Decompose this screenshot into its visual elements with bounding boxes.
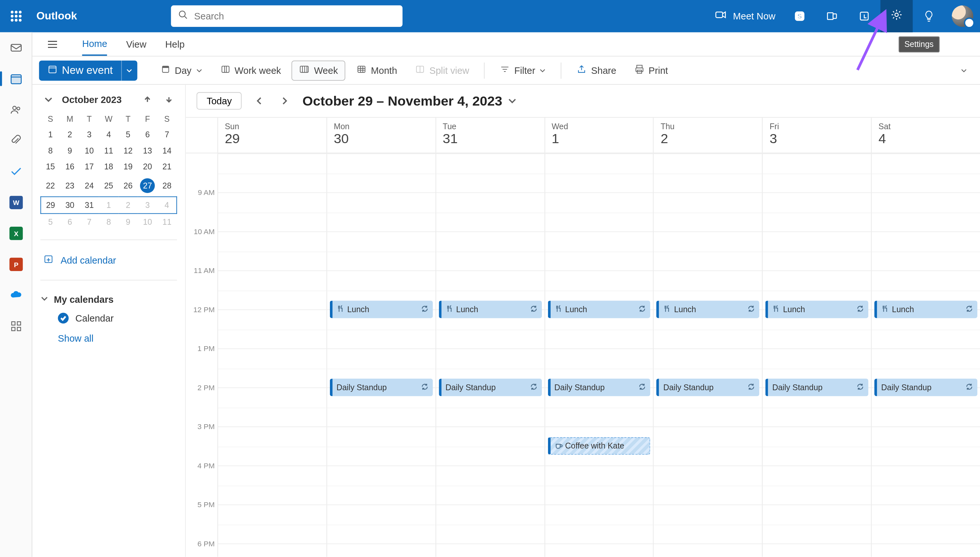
event-lunch[interactable]: Lunch	[766, 301, 868, 318]
day-header[interactable]: Wed1	[545, 117, 654, 153]
calendar-checkbox[interactable]: Calendar	[41, 309, 177, 327]
mini-day[interactable]: 6	[60, 213, 80, 230]
files-rail-icon[interactable]	[0, 128, 32, 153]
calendar-rail-icon[interactable]	[0, 66, 32, 92]
month-next-icon[interactable]	[161, 91, 177, 107]
share-button[interactable]: Share	[570, 60, 623, 80]
mini-day[interactable]: 31	[79, 197, 99, 214]
mini-day[interactable]: 29	[41, 197, 60, 214]
mini-day[interactable]: 12	[118, 142, 138, 159]
mini-day[interactable]: 6	[138, 126, 157, 142]
excel-rail-icon[interactable]: X	[0, 220, 32, 246]
view-day-button[interactable]: Day	[153, 60, 209, 80]
search-box[interactable]	[171, 5, 402, 27]
tab-view[interactable]: View	[126, 33, 147, 55]
event-standup[interactable]: Daily Standup	[874, 379, 977, 396]
day-column[interactable]: LunchDaily Standup	[763, 153, 872, 557]
day-column[interactable]	[218, 153, 327, 557]
tab-home[interactable]: Home	[82, 33, 107, 56]
event-lunch[interactable]: Lunch	[439, 301, 542, 318]
teams-icon[interactable]	[816, 0, 848, 33]
mini-day[interactable]: 4	[99, 126, 118, 142]
time-grid[interactable]: 9 AM10 AM11 AM12 PM1 PM2 PM3 PM4 PM5 PM6…	[186, 153, 980, 557]
show-all-button[interactable]: Show all	[41, 327, 177, 344]
mini-day[interactable]: 11	[99, 142, 118, 159]
view-workweek-button[interactable]: Work week	[213, 60, 288, 80]
account-avatar[interactable]	[952, 5, 973, 27]
day-header[interactable]: Tue31	[436, 117, 545, 153]
nav-toggle-icon[interactable]	[42, 33, 63, 55]
mini-day[interactable]: 21	[157, 159, 176, 175]
event-lunch[interactable]: Lunch	[874, 301, 977, 318]
mini-day[interactable]: 25	[99, 175, 118, 197]
day-column[interactable]: LunchDaily StandupCoffee with Kate	[545, 153, 654, 557]
mini-day[interactable]: 7	[79, 213, 99, 230]
mini-day[interactable]: 3	[138, 197, 157, 214]
event-standup[interactable]: Daily Standup	[657, 379, 759, 396]
month-prev-icon[interactable]	[139, 91, 155, 107]
mail-rail-icon[interactable]	[0, 35, 32, 60]
todo-rail-icon[interactable]	[0, 159, 32, 184]
new-event-dropdown[interactable]	[121, 60, 137, 80]
mini-day[interactable]: 22	[41, 175, 60, 197]
mini-day[interactable]: 1	[41, 126, 60, 142]
mini-day[interactable]: 24	[79, 175, 99, 197]
event-standup[interactable]: Daily Standup	[548, 379, 650, 396]
mini-day[interactable]: 17	[79, 159, 99, 175]
mini-day[interactable]: 26	[118, 175, 138, 197]
skype-icon[interactable]: S	[784, 0, 816, 33]
day-column[interactable]: LunchDaily Standup	[327, 153, 436, 557]
more-apps-rail-icon[interactable]	[0, 313, 32, 339]
event-lunch[interactable]: Lunch	[657, 301, 759, 318]
event-lunch[interactable]: Lunch	[330, 301, 432, 318]
add-calendar-button[interactable]: Add calendar	[41, 250, 177, 270]
view-week-button[interactable]: Week	[292, 60, 345, 80]
my-calendars-section[interactable]: My calendars	[41, 290, 177, 309]
mini-day[interactable]: 8	[41, 142, 60, 159]
mini-day[interactable]: 8	[99, 213, 118, 230]
mini-day[interactable]: 23	[60, 175, 80, 197]
day-header[interactable]: Sat4	[872, 117, 980, 153]
event-standup[interactable]: Daily Standup	[439, 379, 542, 396]
mini-day[interactable]: 27	[138, 175, 157, 197]
mini-day[interactable]: 2	[60, 126, 80, 142]
event-standup[interactable]: Daily Standup	[766, 379, 868, 396]
onedrive-rail-icon[interactable]	[0, 282, 32, 308]
my-day-icon[interactable]	[848, 0, 880, 33]
mini-day[interactable]: 13	[138, 142, 157, 159]
event-standup[interactable]: Daily Standup	[330, 379, 432, 396]
prev-week-icon[interactable]	[251, 93, 267, 109]
day-header[interactable]: Thu2	[654, 117, 763, 153]
view-month-button[interactable]: Month	[350, 60, 404, 80]
mini-day[interactable]: 20	[138, 159, 157, 175]
word-rail-icon[interactable]: W	[0, 190, 32, 215]
new-event-button[interactable]: New event	[39, 60, 137, 80]
date-range-title[interactable]: October 29 – November 4, 2023	[302, 93, 517, 109]
today-button[interactable]: Today	[196, 92, 242, 110]
mini-day[interactable]: 10	[138, 213, 157, 230]
mini-day[interactable]: 3	[79, 126, 99, 142]
event-lunch[interactable]: Lunch	[548, 301, 650, 318]
mini-day[interactable]: 9	[60, 142, 80, 159]
mini-day[interactable]: 11	[157, 213, 176, 230]
mini-day[interactable]: 18	[99, 159, 118, 175]
day-column[interactable]: LunchDaily Standup	[654, 153, 763, 557]
day-header[interactable]: Mon30	[327, 117, 436, 153]
powerpoint-rail-icon[interactable]: P	[0, 252, 32, 277]
mini-day[interactable]: 28	[157, 175, 176, 197]
next-week-icon[interactable]	[277, 93, 293, 109]
mini-day[interactable]: 30	[60, 197, 80, 214]
mini-day[interactable]: 5	[41, 213, 60, 230]
mini-day[interactable]: 14	[157, 142, 176, 159]
tab-help[interactable]: Help	[165, 33, 185, 55]
app-launcher-icon[interactable]	[0, 0, 33, 33]
mini-day[interactable]: 19	[118, 159, 138, 175]
search-input[interactable]	[194, 11, 396, 21]
mini-day[interactable]: 10	[79, 142, 99, 159]
toolbar-more-icon[interactable]	[954, 67, 973, 74]
meet-now-button[interactable]: Meet Now	[706, 8, 784, 24]
mini-day[interactable]: 15	[41, 159, 60, 175]
mini-day[interactable]: 1	[99, 197, 118, 214]
settings-button[interactable]	[880, 0, 913, 33]
event-coffee[interactable]: Coffee with Kate	[548, 437, 650, 455]
